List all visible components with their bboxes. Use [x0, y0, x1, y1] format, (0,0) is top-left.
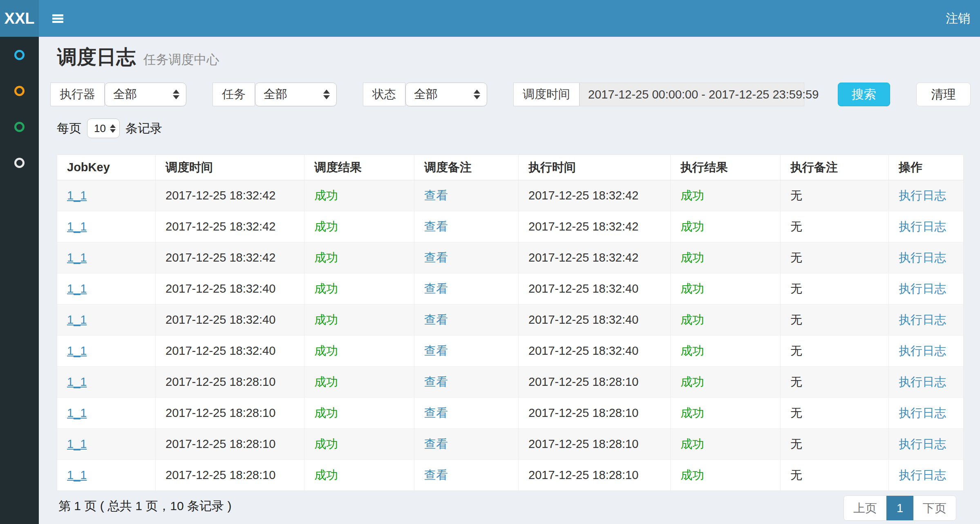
execution-log-link[interactable]: 执行日志 — [899, 406, 946, 419]
execution-log-link[interactable]: 执行日志 — [899, 313, 946, 326]
handle-result-cell-container: 成功 — [671, 242, 781, 273]
trigger-msg-link-container: 查看 — [414, 367, 519, 398]
executor-select[interactable]: 全部 — [105, 83, 186, 106]
execution-log-link[interactable]: 执行日志 — [899, 282, 946, 295]
trigger-time-cell: 2017-12-25 18:32:42 — [166, 189, 275, 202]
trigger-time-cell-container: 2017-12-25 18:32:40 — [156, 273, 304, 305]
status-select-value: 全部 — [414, 86, 438, 103]
execution-log-link[interactable]: 执行日志 — [899, 189, 946, 202]
jobkey-link[interactable]: 1_1 — [67, 344, 87, 357]
sidebar-item-dashboard[interactable] — [0, 37, 39, 73]
trigger-time-filter-group: 调度时间 2017-12-25 00:00:00 - 2017-12-25 23… — [513, 83, 804, 106]
execution-log-link[interactable]: 执行日志 — [899, 437, 946, 450]
table-row: 1_12017-12-25 18:28:10成功查看2017-12-25 18:… — [57, 367, 964, 398]
circle-outline-icon — [14, 122, 25, 132]
circle-outline-icon — [14, 158, 25, 168]
handle-time-cell: 2017-12-25 18:32:40 — [528, 313, 638, 326]
circle-outline-icon — [14, 86, 25, 96]
trigger-msg-link-container: 查看 — [414, 180, 519, 211]
trigger-msg-link[interactable]: 查看 — [424, 313, 448, 326]
handle-time-cell: 2017-12-25 18:32:40 — [528, 344, 638, 357]
trigger-msg-link[interactable]: 查看 — [424, 375, 448, 388]
trigger-msg-link[interactable]: 查看 — [424, 220, 448, 233]
jobkey-link[interactable]: 1_1 — [67, 220, 87, 233]
handle-msg-cell: 无 — [790, 189, 802, 202]
trigger-msg-link[interactable]: 查看 — [424, 189, 448, 202]
trigger-msg-link[interactable]: 查看 — [424, 406, 448, 419]
trigger-time-range-input[interactable]: 2017-12-25 00:00:00 - 2017-12-25 23:59:5… — [579, 83, 804, 106]
jobkey-link[interactable]: 1_1 — [67, 282, 87, 295]
jobkey-link[interactable]: 1_1 — [67, 468, 87, 481]
trigger-msg-link[interactable]: 查看 — [424, 282, 448, 295]
trigger-time-cell: 2017-12-25 18:32:40 — [166, 282, 275, 295]
handle-result-cell: 成功 — [680, 313, 704, 326]
trigger-msg-link-container: 查看 — [414, 398, 519, 429]
handle-result-cell-container: 成功 — [671, 460, 781, 491]
execution-log-link[interactable]: 执行日志 — [899, 220, 946, 233]
jobkey-link[interactable]: 1_1 — [67, 189, 87, 202]
trigger-result-cell-container: 成功 — [304, 305, 414, 336]
handle-msg-cell-container: 无 — [781, 211, 889, 242]
trigger-msg-link[interactable]: 查看 — [424, 251, 448, 264]
handle-result-cell-container: 成功 — [671, 273, 781, 305]
handle-result-cell-container: 成功 — [671, 336, 781, 367]
handle-msg-cell-container: 无 — [781, 242, 889, 273]
handle-result-cell: 成功 — [680, 406, 704, 419]
trigger-time-cell-container: 2017-12-25 18:32:40 — [156, 305, 304, 336]
sidebar-item-executor-manage[interactable] — [0, 145, 39, 181]
handle-msg-cell-container: 无 — [781, 367, 889, 398]
job-select[interactable]: 全部 — [255, 83, 337, 106]
handle-msg-cell-container: 无 — [781, 398, 889, 429]
trigger-msg-link[interactable]: 查看 — [424, 344, 448, 357]
page-header: 调度日志 任务调度中心 — [57, 44, 219, 70]
handle-time-cell: 2017-12-25 18:28:10 — [528, 437, 638, 450]
search-button[interactable]: 搜索 — [838, 83, 890, 106]
jobkey-link[interactable]: 1_1 — [67, 437, 87, 450]
jobkey-link[interactable]: 1_1 — [67, 406, 87, 419]
handle-result-cell: 成功 — [680, 375, 704, 388]
handle-time-cell: 2017-12-25 18:28:10 — [528, 406, 638, 419]
execution-log-link-container: 执行日志 — [889, 273, 964, 305]
trigger-result-cell: 成功 — [314, 437, 338, 450]
trigger-time-cell-container: 2017-12-25 18:32:42 — [156, 180, 304, 211]
jobkey-link[interactable]: 1_1 — [67, 375, 87, 388]
handle-msg-cell-container: 无 — [781, 460, 889, 491]
status-select[interactable]: 全部 — [405, 83, 487, 106]
logout-link[interactable]: 注销 — [946, 0, 970, 37]
jobkey-link[interactable]: 1_1 — [67, 251, 87, 264]
table-row: 1_12017-12-25 18:32:42成功查看2017-12-25 18:… — [57, 180, 964, 211]
trigger-result-cell-container: 成功 — [304, 211, 414, 242]
pagination-page-1-button[interactable]: 1 — [886, 496, 913, 520]
column-header-4: 执行时间 — [519, 155, 671, 180]
execution-log-link[interactable]: 执行日志 — [899, 468, 946, 481]
jobkey-link[interactable]: 1_1 — [67, 313, 87, 326]
execution-log-link-container: 执行日志 — [889, 180, 964, 211]
handle-result-cell-container: 成功 — [671, 367, 781, 398]
jobkey-link-container: 1_1 — [57, 336, 156, 367]
jobkey-link-container: 1_1 — [57, 180, 156, 211]
table-row: 1_12017-12-25 18:32:42成功查看2017-12-25 18:… — [57, 242, 964, 273]
execution-log-link[interactable]: 执行日志 — [899, 375, 946, 388]
trigger-msg-link[interactable]: 查看 — [424, 468, 448, 481]
execution-log-link[interactable]: 执行日志 — [899, 344, 946, 357]
clear-button[interactable]: 清理 — [916, 83, 971, 106]
pagination-prev-button[interactable]: 上页 — [844, 496, 886, 520]
column-header-5: 执行结果 — [671, 155, 781, 180]
pagination-next-button[interactable]: 下页 — [913, 496, 956, 520]
app-logo[interactable]: XXL — [0, 0, 39, 37]
sidebar-item-job-log[interactable] — [0, 109, 39, 145]
sidebar-item-job-manage[interactable] — [0, 73, 39, 109]
sidebar-menu — [0, 37, 39, 524]
select-stepper-icon — [173, 90, 179, 99]
trigger-msg-link-container: 查看 — [414, 211, 519, 242]
handle-result-cell-container: 成功 — [671, 211, 781, 242]
trigger-msg-link[interactable]: 查看 — [424, 437, 448, 450]
handle-result-cell: 成功 — [680, 220, 704, 233]
select-stepper-icon — [323, 90, 330, 99]
trigger-result-cell-container: 成功 — [304, 429, 414, 460]
execution-log-link[interactable]: 执行日志 — [899, 251, 946, 264]
pagination-summary: 第 1 页 ( 总共 1 页，10 条记录 ) — [58, 498, 231, 515]
page-size-select[interactable]: 10 — [87, 119, 120, 138]
trigger-result-cell: 成功 — [314, 282, 338, 295]
sidebar-toggle-button[interactable] — [46, 0, 69, 37]
